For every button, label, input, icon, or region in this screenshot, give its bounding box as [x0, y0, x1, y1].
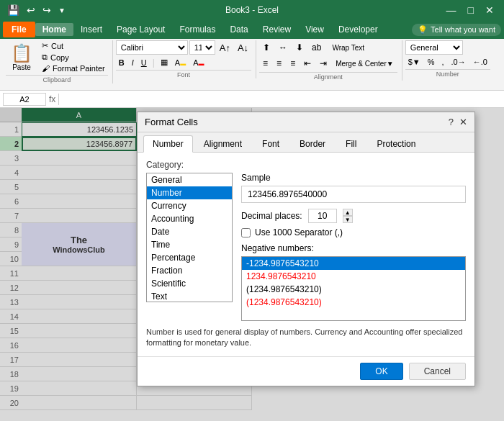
page-layout-menu[interactable]: Page Layout [109, 23, 172, 36]
home-menu[interactable]: Home [35, 23, 73, 36]
border-btn[interactable]: ▦ [158, 56, 171, 68]
merge-center-btn[interactable]: Merge & Center▼ [332, 56, 397, 71]
category-date[interactable]: Date [147, 225, 232, 238]
dec-dec-btn[interactable]: ←.0 [470, 56, 490, 68]
dropdown-icon[interactable]: ▼ [57, 6, 67, 14]
category-number[interactable]: Number [147, 186, 232, 199]
dollar-btn[interactable]: $▼ [405, 56, 423, 68]
comma-btn[interactable]: , [438, 56, 446, 68]
neg-option-4[interactable]: (1234.9876543210) [242, 296, 465, 309]
align-middle-btn[interactable]: ↔ [275, 40, 291, 55]
fill-color-btn[interactable]: A▬ [172, 57, 189, 68]
align-center-btn[interactable]: ≡ [273, 56, 285, 71]
format-cells-dialog: Format Cells ? ✕ Number Alignment Font B… [137, 112, 475, 386]
neg-option-1[interactable]: -1234.9876543210 [242, 257, 465, 270]
view-menu[interactable]: View [298, 23, 331, 36]
decimal-input[interactable] [308, 209, 337, 223]
cell-reference-input[interactable] [3, 93, 46, 106]
align-top-btn[interactable]: ⬆ [259, 40, 274, 55]
negative-numbers-list[interactable]: -1234.9876543210 1234.9876543210 (1234.9… [241, 256, 466, 321]
font-size-select[interactable]: 11 [189, 40, 215, 55]
font-style-row: B I U | ▦ A▬ A▬ [116, 56, 207, 68]
dialog-close-btn[interactable]: ✕ [459, 117, 467, 127]
align-right-btn[interactable]: ≡ [287, 56, 299, 71]
underline-button[interactable]: U [138, 57, 150, 68]
redo-icon[interactable]: ↪ [41, 4, 53, 16]
dialog-title-bar: Format Cells ? ✕ [138, 112, 474, 132]
category-list[interactable]: General Number Currency Accounting Date … [146, 173, 233, 302]
separator-checkbox[interactable] [241, 228, 251, 237]
minimize-btn[interactable]: — [442, 4, 461, 16]
developer-menu[interactable]: Developer [331, 23, 385, 36]
number-content: General $▼ % , .0→ ←.0 [405, 40, 490, 68]
indent-decrease-btn[interactable]: ⇤ [300, 56, 315, 71]
formula-fx-icon: fx [49, 94, 55, 104]
file-menu[interactable]: File [3, 22, 35, 37]
description-text: Number is used for general display of nu… [146, 327, 466, 349]
formula-input[interactable] [62, 94, 501, 104]
number-label: Number [405, 69, 490, 78]
copy-button[interactable]: ⧉ Copy [39, 52, 108, 63]
cut-label: Cut [51, 42, 63, 50]
category-list-container: General Number Currency Accounting Date … [146, 173, 466, 321]
paste-icon: 📋 [11, 43, 32, 63]
dialog-title: Format Cells [145, 117, 198, 127]
ok-button[interactable]: OK [360, 363, 402, 380]
tab-protection[interactable]: Protection [367, 135, 425, 152]
dialog-help-btn[interactable]: ? [449, 117, 454, 127]
close-btn[interactable]: ✕ [481, 4, 498, 16]
paste-button[interactable]: 📋 Paste [6, 40, 37, 73]
align-left-btn[interactable]: ≡ [259, 56, 271, 71]
menu-bar: File Home Insert Page Layout Formulas Da… [0, 20, 504, 39]
category-general[interactable]: General [147, 173, 232, 186]
decimal-decrement[interactable]: ▼ [343, 216, 353, 223]
neg-option-2[interactable]: 1234.9876543210 [242, 270, 465, 283]
cut-button[interactable]: ✂ Cut [39, 40, 108, 51]
dialog-tabs: Number Alignment Font Border Fill Protec… [138, 132, 474, 153]
category-time[interactable]: Time [147, 238, 232, 251]
dec-inc-btn[interactable]: .0→ [449, 56, 469, 68]
neg-option-3[interactable]: (1234.9876543210) [242, 283, 465, 296]
formulas-menu[interactable]: Formulas [172, 23, 222, 36]
bold-button[interactable]: B [116, 57, 127, 68]
undo-icon[interactable]: ↩ [25, 4, 37, 16]
save-icon[interactable]: 💾 [6, 4, 21, 16]
format-painter-label: Format Painter [53, 64, 105, 73]
font-label: Font [116, 70, 251, 78]
format-painter-button[interactable]: 🖌 Format Painter [39, 63, 108, 73]
tab-font[interactable]: Font [253, 135, 289, 152]
wrap-text-button[interactable]: Wrap Text [329, 42, 367, 53]
alignment-label: Alignment [259, 72, 397, 81]
tab-border[interactable]: Border [290, 135, 335, 152]
increase-font-btn[interactable]: A↑ [217, 41, 233, 55]
font-name-select[interactable]: Calibri [116, 40, 188, 55]
category-currency[interactable]: Currency [147, 199, 232, 212]
category-fraction[interactable]: Fraction [147, 264, 232, 277]
insert-menu[interactable]: Insert [73, 23, 109, 36]
category-scientific[interactable]: Scientific [147, 277, 232, 290]
decimal-spinner: ▲ ▼ [343, 209, 353, 223]
format-painter-icon: 🖌 [42, 64, 50, 73]
font-color-btn[interactable]: A▬ [190, 57, 207, 68]
text-direction-btn[interactable]: ab [308, 40, 325, 55]
decimal-increment[interactable]: ▲ [343, 209, 353, 216]
review-menu[interactable]: Review [256, 23, 298, 36]
decrease-font-btn[interactable]: A↓ [235, 41, 251, 55]
indent-increase-btn[interactable]: ⇥ [316, 56, 330, 71]
cancel-button[interactable]: Cancel [409, 363, 466, 380]
align-bottom-btn[interactable]: ⬇ [292, 40, 307, 55]
cut-icon: ✂ [42, 41, 48, 50]
number-format-select[interactable]: General [405, 40, 463, 55]
category-percentage[interactable]: Percentage [147, 251, 232, 264]
italic-button[interactable]: I [129, 57, 137, 68]
percent-btn[interactable]: % [425, 56, 438, 68]
tab-alignment[interactable]: Alignment [194, 135, 251, 152]
category-text[interactable]: Text [147, 290, 232, 302]
tell-me-box[interactable]: 💡 Tell what you want [412, 24, 501, 36]
category-accounting[interactable]: Accounting [147, 212, 232, 225]
dialog-overlay: Format Cells ? ✕ Number Alignment Font B… [0, 108, 504, 421]
maximize-btn[interactable]: □ [464, 4, 478, 16]
tab-number[interactable]: Number [143, 135, 193, 153]
data-menu[interactable]: Data [222, 23, 255, 36]
tab-fill[interactable]: Fill [336, 135, 366, 152]
